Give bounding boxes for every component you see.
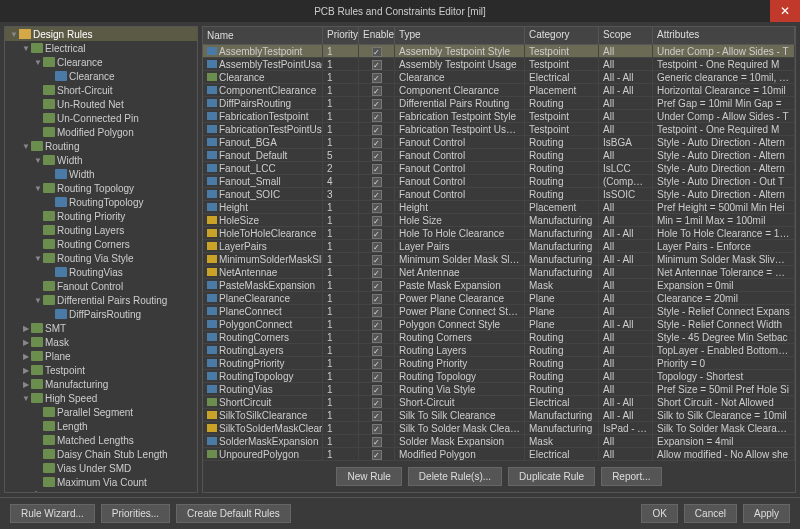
enabled-checkbox[interactable]: ✓ bbox=[372, 151, 382, 161]
enabled-checkbox[interactable]: ✓ bbox=[372, 268, 382, 278]
grid-row[interactable]: MinimumSolderMaskSliver1✓Minimum Solder … bbox=[203, 253, 795, 266]
enabled-checkbox[interactable]: ✓ bbox=[372, 229, 382, 239]
grid-row[interactable]: HoleToHoleClearance1✓Hole To Hole Cleara… bbox=[203, 227, 795, 240]
tree-item[interactable]: Modified Polygon bbox=[5, 125, 197, 139]
enabled-checkbox[interactable]: ✓ bbox=[372, 112, 382, 122]
enabled-checkbox[interactable]: ✓ bbox=[372, 86, 382, 96]
tree-item[interactable]: Matched Lengths bbox=[5, 433, 197, 447]
tree-twisty-icon[interactable]: ▼ bbox=[21, 394, 31, 403]
tree-item[interactable]: ▼Electrical bbox=[5, 41, 197, 55]
tree-twisty-icon[interactable]: ▶ bbox=[21, 352, 31, 361]
tree-item[interactable]: ▶Testpoint bbox=[5, 363, 197, 377]
enabled-checkbox[interactable]: ✓ bbox=[372, 411, 382, 421]
tree-item[interactable]: ▼Differential Pairs Routing bbox=[5, 293, 197, 307]
grid-row[interactable]: Fanout_LCC2✓Fanout ControlRoutingIsLCCSt… bbox=[203, 162, 795, 175]
grid-row[interactable]: Height1✓HeightPlacementAllPref Height = … bbox=[203, 201, 795, 214]
ok-button[interactable]: OK bbox=[641, 504, 677, 523]
tree-item[interactable]: ▼High Speed bbox=[5, 391, 197, 405]
grid-row[interactable]: Clearance1✓ClearanceElectricalAll - AllG… bbox=[203, 71, 795, 84]
tree-item[interactable]: Length bbox=[5, 419, 197, 433]
tree-item[interactable]: ▶SMT bbox=[5, 321, 197, 335]
tree-item[interactable]: ▶Plane bbox=[5, 349, 197, 363]
tree-twisty-icon[interactable]: ▼ bbox=[21, 44, 31, 53]
tree-twisty-icon[interactable]: ▼ bbox=[33, 156, 43, 165]
enabled-checkbox[interactable]: ✓ bbox=[372, 437, 382, 447]
enabled-checkbox[interactable]: ✓ bbox=[372, 125, 382, 135]
apply-button[interactable]: Apply bbox=[743, 504, 790, 523]
enabled-checkbox[interactable]: ✓ bbox=[372, 307, 382, 317]
enabled-checkbox[interactable]: ✓ bbox=[372, 385, 382, 395]
grid-body[interactable]: AssemblyTestpoint1✓Assembly Testpoint St… bbox=[203, 45, 795, 461]
enabled-checkbox[interactable]: ✓ bbox=[372, 346, 382, 356]
tree-item[interactable]: RoutingTopology bbox=[5, 195, 197, 209]
cancel-button[interactable]: Cancel bbox=[684, 504, 737, 523]
col-enabled[interactable]: Enabled bbox=[359, 27, 395, 44]
enabled-checkbox[interactable]: ✓ bbox=[372, 242, 382, 252]
enabled-checkbox[interactable]: ✓ bbox=[372, 47, 382, 57]
enabled-checkbox[interactable]: ✓ bbox=[372, 320, 382, 330]
col-priority[interactable]: Priority bbox=[323, 27, 359, 44]
enabled-checkbox[interactable]: ✓ bbox=[372, 73, 382, 83]
tree-twisty-icon[interactable]: ▶ bbox=[21, 366, 31, 375]
new-rule-button[interactable]: New Rule bbox=[336, 467, 401, 486]
col-scope[interactable]: Scope bbox=[599, 27, 653, 44]
report-button[interactable]: Report... bbox=[601, 467, 661, 486]
tree-item[interactable]: ▼Width bbox=[5, 153, 197, 167]
tree-item[interactable]: ▼Design Rules bbox=[5, 27, 197, 41]
tree-item[interactable]: ▼Routing Via Style bbox=[5, 251, 197, 265]
col-type[interactable]: Type bbox=[395, 27, 525, 44]
tree-item[interactable]: Routing Priority bbox=[5, 209, 197, 223]
grid-row[interactable]: HoleSize1✓Hole SizeManufacturingAllMin =… bbox=[203, 214, 795, 227]
tree-item[interactable]: Clearance bbox=[5, 69, 197, 83]
tree-twisty-icon[interactable]: ▼ bbox=[9, 30, 19, 39]
grid-row[interactable]: NetAntennae1✓Net AntennaeManufacturingAl… bbox=[203, 266, 795, 279]
tree-item[interactable]: DiffPairsRouting bbox=[5, 307, 197, 321]
grid-row[interactable]: Fanout_Default5✓Fanout ControlRoutingAll… bbox=[203, 149, 795, 162]
tree-item[interactable]: Vias Under SMD bbox=[5, 461, 197, 475]
rules-tree[interactable]: ▼Design Rules▼Electrical▼ClearanceCleara… bbox=[4, 26, 198, 493]
tree-item[interactable]: Un-Routed Net bbox=[5, 97, 197, 111]
enabled-checkbox[interactable]: ✓ bbox=[372, 99, 382, 109]
grid-row[interactable]: RoutingCorners1✓Routing CornersRoutingAl… bbox=[203, 331, 795, 344]
enabled-checkbox[interactable]: ✓ bbox=[372, 294, 382, 304]
tree-item[interactable]: Maximum Via Count bbox=[5, 475, 197, 489]
tree-item[interactable]: Short-Circuit bbox=[5, 83, 197, 97]
tree-twisty-icon[interactable]: ▶ bbox=[21, 338, 31, 347]
grid-row[interactable]: PlaneClearance1✓Power Plane ClearancePla… bbox=[203, 292, 795, 305]
duplicate-rule-button[interactable]: Duplicate Rule bbox=[508, 467, 595, 486]
grid-row[interactable]: SilkToSolderMaskClearance1✓Silk To Solde… bbox=[203, 422, 795, 435]
grid-row[interactable]: AssemblyTestPointUsage1✓Assembly Testpoi… bbox=[203, 58, 795, 71]
enabled-checkbox[interactable]: ✓ bbox=[372, 190, 382, 200]
col-category[interactable]: Category bbox=[525, 27, 599, 44]
enabled-checkbox[interactable]: ✓ bbox=[372, 60, 382, 70]
col-name[interactable]: Name bbox=[203, 27, 323, 44]
grid-row[interactable]: Fanout_BGA1✓Fanout ControlRoutingIsBGASt… bbox=[203, 136, 795, 149]
grid-row[interactable]: Fanout_SOIC3✓Fanout ControlRoutingIsSOIC… bbox=[203, 188, 795, 201]
rule-wizard-button[interactable]: Rule Wizard... bbox=[10, 504, 95, 523]
tree-item[interactable]: Daisy Chain Stub Length bbox=[5, 447, 197, 461]
grid-row[interactable]: UnpouredPolygon1✓Modified PolygonElectri… bbox=[203, 448, 795, 461]
tree-item[interactable]: ▶Mask bbox=[5, 335, 197, 349]
enabled-checkbox[interactable]: ✓ bbox=[372, 398, 382, 408]
grid-row[interactable]: PolygonConnect1✓Polygon Connect StylePla… bbox=[203, 318, 795, 331]
tree-item[interactable]: ▶Manufacturing bbox=[5, 377, 197, 391]
tree-item[interactable]: Un-Connected Pin bbox=[5, 111, 197, 125]
tree-twisty-icon[interactable]: ▼ bbox=[21, 142, 31, 151]
tree-twisty-icon[interactable]: ▼ bbox=[33, 296, 43, 305]
enabled-checkbox[interactable]: ✓ bbox=[372, 177, 382, 187]
enabled-checkbox[interactable]: ✓ bbox=[372, 281, 382, 291]
grid-row[interactable]: RoutingPriority1✓Routing PriorityRouting… bbox=[203, 357, 795, 370]
grid-row[interactable]: RoutingLayers1✓Routing LayersRoutingAllT… bbox=[203, 344, 795, 357]
enabled-checkbox[interactable]: ✓ bbox=[372, 372, 382, 382]
tree-twisty-icon[interactable]: ▼ bbox=[33, 254, 43, 263]
tree-item[interactable]: Max Via Stub Length (Back Drilling) bbox=[5, 489, 197, 493]
tree-item[interactable]: Routing Corners bbox=[5, 237, 197, 251]
grid-row[interactable]: FabricationTestPointUsage1✓Fabrication T… bbox=[203, 123, 795, 136]
tree-item[interactable]: ▼Routing bbox=[5, 139, 197, 153]
grid-row[interactable]: PasteMaskExpansion1✓Paste Mask Expansion… bbox=[203, 279, 795, 292]
priorities-button[interactable]: Priorities... bbox=[101, 504, 170, 523]
grid-row[interactable]: RoutingVias1✓Routing Via StyleRoutingAll… bbox=[203, 383, 795, 396]
tree-item[interactable]: Width bbox=[5, 167, 197, 181]
grid-row[interactable]: Fanout_Small4✓Fanout ControlRouting(Comp… bbox=[203, 175, 795, 188]
enabled-checkbox[interactable]: ✓ bbox=[372, 424, 382, 434]
